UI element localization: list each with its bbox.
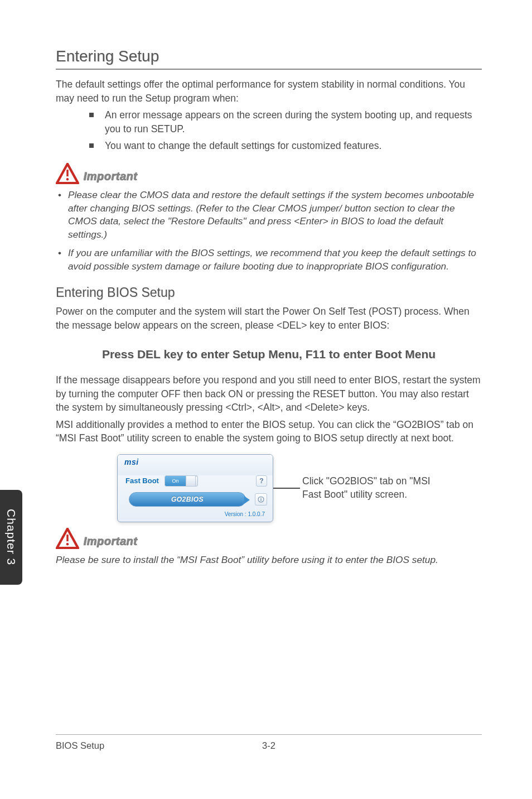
svg-rect-5 <box>260 499 261 501</box>
svg-point-8 <box>66 543 69 545</box>
msi-fast-boot-window: msi Fast Boot On ? GO2BIOS <box>117 454 273 522</box>
setup-reasons-list: An error message appears on the screen d… <box>89 108 482 153</box>
list-item: An error message appears on the screen d… <box>89 108 482 137</box>
svg-point-4 <box>260 497 262 498</box>
info-icon <box>258 496 264 503</box>
chapter-tab: Chapter 3 <box>0 490 22 585</box>
warning-icon <box>56 528 79 549</box>
important-note-2: Please be sure to install the “MSI Fast … <box>56 553 482 567</box>
fast-boot-toggle[interactable]: On <box>165 475 198 487</box>
post-paragraph: Power on the computer and the system wil… <box>56 305 482 332</box>
info-button[interactable] <box>255 493 267 506</box>
restart-paragraph: If the message disappears before you res… <box>56 373 482 415</box>
important-label: Important <box>84 535 138 549</box>
fast-boot-label: Fast Boot <box>125 476 159 485</box>
section-title: Entering Setup <box>56 47 482 70</box>
callout-leader-line <box>273 488 300 489</box>
go2bios-paragraph: MSI additionally provides a method to en… <box>56 418 482 445</box>
svg-point-2 <box>66 178 69 180</box>
chapter-tab-label: Chapter 3 <box>4 509 18 565</box>
svg-rect-1 <box>66 170 68 176</box>
help-button[interactable]: ? <box>256 475 267 487</box>
list-item: Please clear the CMOS data and restore t… <box>56 189 482 241</box>
msi-logo: msi <box>124 458 139 466</box>
important-callout-1: Important <box>56 163 482 184</box>
svg-rect-7 <box>66 535 68 541</box>
important-label: Important <box>84 170 138 184</box>
subsection-title: Entering BIOS Setup <box>56 285 482 300</box>
callout-text: Click "GO2BIOS" tab on "MSI Fast Boot" u… <box>302 475 447 501</box>
list-item: If you are unfamiliar with the BIOS sett… <box>56 247 482 273</box>
bios-prompt-text: Press DEL key to enter Setup Menu, F11 t… <box>56 348 482 361</box>
toggle-knob <box>186 476 196 486</box>
go2bios-button[interactable]: GO2BIOS <box>129 492 246 507</box>
intro-paragraph: The default settings offer the optimal p… <box>56 78 482 105</box>
msi-window-header: msi <box>118 455 273 475</box>
toggle-on-label: On <box>165 476 186 486</box>
warning-icon <box>56 163 79 184</box>
footer-left: BIOS Setup <box>56 740 104 751</box>
list-item: You want to change the default settings … <box>89 139 482 153</box>
figure-row: msi Fast Boot On ? GO2BIOS <box>56 454 482 522</box>
important-callout-2: Important <box>56 528 482 549</box>
important-notes-list: Please clear the CMOS data and restore t… <box>56 189 482 273</box>
footer-page-number: 3-2 <box>262 740 275 751</box>
msi-window-version: Version : 1.0.0.7 <box>118 510 273 522</box>
page-footer: BIOS Setup 3-2 <box>56 734 482 751</box>
